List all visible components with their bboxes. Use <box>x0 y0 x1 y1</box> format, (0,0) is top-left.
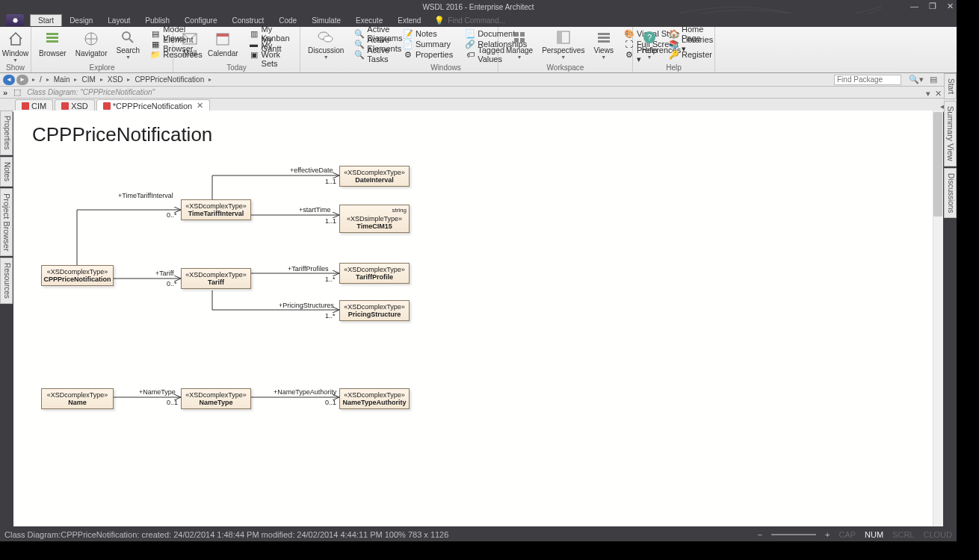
zoom-out-icon[interactable]: − <box>758 530 762 539</box>
element-cpppricenotification[interactable]: «XSDcomplexType»CPPPriceNotification <box>41 265 114 286</box>
element-timecim15[interactable]: string«XSDsimpleType»TimeCIM15 <box>339 205 410 233</box>
bc-cpp[interactable]: CPPPriceNotification <box>132 75 206 84</box>
element-pricingstructure[interactable]: «XSDcomplexType»PricingStructure <box>339 300 410 321</box>
register-icon: 🔑 <box>669 49 679 60</box>
browser-button[interactable]: Browser <box>34 28 71 61</box>
menu-layout[interactable]: Layout <box>100 15 138 26</box>
notes-item[interactable]: 📝Notes <box>400 28 456 39</box>
diagram-canvas[interactable]: CPPPriceNotification <box>13 111 943 526</box>
search-icon <box>119 30 137 45</box>
tab-close-icon[interactable]: ✕ <box>935 89 942 99</box>
side-discussions[interactable]: Discussions <box>944 168 957 218</box>
close-button[interactable]: ✕ <box>947 1 954 11</box>
side-summary[interactable]: Summary View <box>944 101 957 167</box>
home-icon <box>7 30 25 48</box>
diagram-icon[interactable]: ⬚ <box>13 87 21 97</box>
title-bar: WSDL 2016 - Enterprise Architect — ❐ ✕ <box>0 0 957 13</box>
role-nametypeauthority: +NameTypeAuthority <box>274 388 336 396</box>
svg-rect-16 <box>558 31 562 43</box>
tab-xsd[interactable]: XSD <box>55 99 95 111</box>
close-icon[interactable]: ✕ <box>197 101 203 111</box>
help-button[interactable]: ?Help▼ <box>636 28 663 61</box>
element-tariff[interactable]: «XSDcomplexType»Tariff <box>181 268 251 289</box>
summary-item[interactable]: 📄Summary <box>400 39 456 49</box>
mult-ps: 1..* <box>325 312 336 320</box>
mult-tariff: 0..* <box>167 280 177 287</box>
side-project-browser[interactable]: Project Browser <box>0 188 13 257</box>
element-name[interactable]: «XSDcomplexType»Name <box>41 388 114 409</box>
window-title: WSDL 2016 - Enterprise Architect <box>422 3 534 11</box>
back-button[interactable]: ◄ <box>3 75 15 85</box>
calendar-button[interactable]: Calendar <box>203 28 243 61</box>
properties-item[interactable]: ⚙Properties <box>400 49 456 60</box>
views-button[interactable]: Views▼ <box>589 28 618 61</box>
minimize-button[interactable]: — <box>910 1 918 11</box>
perspectives-button[interactable]: Perspectives▼ <box>537 28 589 61</box>
my-work-sets-item[interactable]: ▣My Work Sets <box>246 49 294 60</box>
side-notes[interactable]: Notes <box>0 157 13 187</box>
find-command[interactable]: 💡 <box>434 16 537 25</box>
diagram-label: Class Diagram: "CPPPriceNotification" <box>27 88 155 96</box>
side-resources[interactable]: Resources <box>0 258 13 304</box>
mail-button[interactable]: Mail <box>176 28 203 61</box>
app-icon[interactable]: ⬣ <box>6 14 24 26</box>
expand-icon[interactable]: » <box>3 88 7 97</box>
bc-cim[interactable]: CIM <box>79 75 97 84</box>
find-package[interactable] <box>834 75 901 85</box>
navigator-button[interactable]: Navigator <box>71 28 112 61</box>
breadcrumb: ◄ ► ▸ / ▸ Main▸ CIM▸ XSD▸ CPPPriceNotifi… <box>0 73 957 87</box>
maximize-button[interactable]: ❐ <box>929 1 936 11</box>
side-start[interactable]: Start <box>944 73 957 99</box>
menu-design[interactable]: Design <box>62 15 100 26</box>
search-pkg-icon[interactable]: 🔍▾ <box>909 75 924 84</box>
scroll-thumb[interactable] <box>933 112 942 217</box>
filter-icon[interactable]: ▤ <box>930 75 937 84</box>
element-tariffprofile[interactable]: «XSDcomplexType»TariffProfile <box>339 263 410 284</box>
zoom-in-icon[interactable]: + <box>825 530 830 539</box>
find-package-input[interactable] <box>834 75 901 85</box>
bc-main[interactable]: Main <box>52 75 72 84</box>
bc-xsd[interactable]: XSD <box>105 75 126 84</box>
side-properties[interactable]: Properties <box>0 111 13 155</box>
gantt-icon: ▬ <box>249 39 259 49</box>
perspectives-icon <box>555 30 572 45</box>
mult-nta: 0..1 <box>325 399 336 406</box>
svg-rect-17 <box>598 33 610 35</box>
list-icon: ▤ <box>150 28 161 39</box>
register-item[interactable]: 🔑Register <box>666 49 716 60</box>
libraries-item[interactable]: 📚Libraries ▾ <box>666 39 716 49</box>
tree-icon: ▦ <box>150 39 161 49</box>
tab-cim[interactable]: CIM <box>15 99 53 111</box>
svg-rect-2 <box>46 40 58 43</box>
mult-tp: 1..* <box>325 276 336 283</box>
element-nametype[interactable]: «XSDcomplexType»NameType <box>181 388 251 409</box>
properties-icon: ⚙ <box>403 49 413 60</box>
help-group-label: Help <box>633 63 714 72</box>
zoom-slider[interactable] <box>771 534 816 535</box>
navigator-icon <box>82 30 100 48</box>
menu-start[interactable]: Start <box>30 14 62 26</box>
manage-icon <box>510 30 528 45</box>
role-tariffprofiles: +TariffProfiles <box>288 265 329 273</box>
forward-button[interactable]: ► <box>16 75 28 85</box>
today-group-label: Today <box>173 63 300 72</box>
status-bar: Class Diagram:CPPPriceNotification: crea… <box>0 528 957 541</box>
element-dateinterval[interactable]: «XSDcomplexType»DateInterval <box>339 166 410 187</box>
tab-active[interactable]: *CPPPriceNotification✕ <box>96 99 210 111</box>
menu-simulate[interactable]: Simulate <box>304 15 348 26</box>
manage-button[interactable]: Manage▼ <box>501 28 537 61</box>
svg-text:?: ? <box>647 33 652 42</box>
library-icon: 📚 <box>669 39 679 49</box>
vertical-scrollbar[interactable] <box>933 111 943 526</box>
diagram-bar: » ⬚ Class Diagram: "CPPPriceNotification… <box>0 87 957 99</box>
document-icon: 📃 <box>465 28 475 39</box>
find-command-input[interactable] <box>448 16 537 25</box>
role-starttime: +startTime <box>299 206 330 214</box>
tab-menu-icon[interactable]: ▾ <box>926 89 930 99</box>
search-button[interactable]: Search▼ <box>112 28 145 61</box>
window-button[interactable]: Window ▼ <box>3 28 28 64</box>
element-nametypeauthority[interactable]: «XSDcomplexType»NameTypeAuthority <box>339 388 410 409</box>
discussion-button[interactable]: Discussion▼ <box>303 28 348 61</box>
summary-icon: 📄 <box>403 39 413 49</box>
element-timetariffinterval[interactable]: «XSDcomplexType»TimeTariffInterval <box>181 199 251 220</box>
